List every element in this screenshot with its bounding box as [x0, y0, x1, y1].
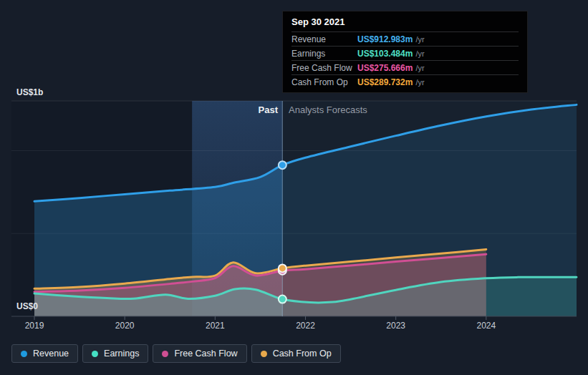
past-region-label: Past	[215, 104, 278, 115]
revenue-legend-dot-icon	[21, 351, 27, 357]
tooltip-date: Sep 30 2021	[291, 16, 519, 31]
tooltip-row-label: Cash From Op	[291, 77, 357, 87]
cash-from-op-legend-dot-icon	[261, 351, 267, 357]
free-cash-flow-legend-dot-icon	[162, 351, 168, 357]
earnings-revenue-history-forecast-chart: US$1b US$0 Past Analysts Forecasts 2019 …	[0, 0, 588, 375]
legend-item-cash-from-op[interactable]: Cash From Op	[251, 344, 341, 363]
legend-item-earnings[interactable]: Earnings	[82, 344, 148, 363]
tooltip-row-cash-from-op: Cash From Op US$289.732m /yr	[291, 74, 519, 89]
x-tick-label-2020: 2020	[107, 321, 142, 331]
x-tick-label-2023: 2023	[379, 321, 413, 331]
legend-item-free-cash-flow[interactable]: Free Cash Flow	[153, 344, 246, 363]
tooltip-row-label: Earnings	[291, 49, 357, 59]
legend-item-revenue[interactable]: Revenue	[11, 344, 78, 363]
tooltip-row-earnings: Earnings US$103.484m /yr	[291, 46, 519, 60]
tooltip-row-value: US$289.732m	[357, 77, 413, 87]
earnings-legend-dot-icon	[92, 351, 98, 357]
tooltip-row-suffix: /yr	[415, 78, 424, 87]
chart-legend: Revenue Earnings Free Cash Flow Cash Fro…	[11, 344, 341, 363]
tooltip-row-label: Revenue	[291, 34, 357, 44]
x-tick-label-2024: 2024	[469, 321, 503, 331]
tooltip-row-value: US$275.666m	[357, 63, 413, 73]
tooltip-row-suffix: /yr	[415, 35, 424, 44]
chart-tooltip: Sep 30 2021 Revenue US$912.983m /yr Earn…	[282, 11, 528, 93]
y-axis-zero-label: US$0	[16, 301, 38, 311]
x-tick-label-2019: 2019	[17, 321, 52, 331]
tooltip-row-revenue: Revenue US$912.983m /yr	[291, 31, 519, 46]
y-axis-max-label: US$1b	[16, 87, 43, 97]
tooltip-row-label: Free Cash Flow	[291, 63, 357, 73]
tooltip-row-value: US$912.983m	[357, 34, 413, 44]
x-tick-label-2021: 2021	[198, 321, 232, 331]
x-tick-label-2022: 2022	[289, 321, 323, 331]
tooltip-row-free-cash-flow: Free Cash Flow US$275.666m /yr	[291, 60, 519, 74]
tooltip-row-value: US$103.484m	[357, 49, 413, 59]
legend-item-label: Cash From Op	[273, 349, 332, 359]
legend-item-label: Free Cash Flow	[174, 349, 237, 359]
tooltip-row-suffix: /yr	[415, 64, 424, 72]
tooltip-row-suffix: /yr	[415, 49, 424, 58]
legend-item-label: Revenue	[33, 349, 69, 359]
forecast-region-label: Analysts Forecasts	[289, 104, 367, 115]
legend-item-label: Earnings	[104, 349, 139, 359]
